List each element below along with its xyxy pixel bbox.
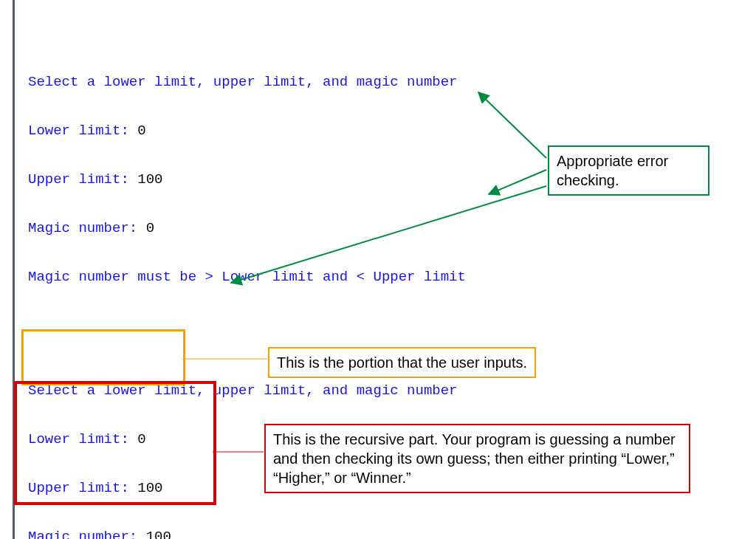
prompt-title: Select a lower limit, upper limit, and m… bbox=[28, 74, 466, 90]
callout-text: Appropriate error checking. bbox=[557, 153, 668, 188]
callout-user-input: This is the portion that the user inputs… bbox=[268, 347, 536, 378]
callout-error-checking: Appropriate error checking. bbox=[548, 145, 709, 196]
prompt-magic: Magic number: 100 bbox=[28, 529, 466, 539]
error-line: Magic number must be > Lower limit and <… bbox=[28, 269, 466, 285]
callout-text: This is the portion that the user inputs… bbox=[277, 354, 527, 371]
prompt-upper: Upper limit: 100 bbox=[28, 171, 466, 188]
prompt-magic: Magic number: 0 bbox=[28, 220, 466, 236]
callout-recursive: This is the recursive part. Your program… bbox=[264, 424, 690, 493]
left-vertical-rule bbox=[13, 0, 15, 539]
prompt-title: Select a lower limit, upper limit, and m… bbox=[28, 382, 466, 399]
svg-line-1 bbox=[489, 170, 546, 194]
prompt-lower: Lower limit: 0 bbox=[28, 123, 466, 139]
callout-text: This is the recursive part. Your program… bbox=[273, 431, 676, 486]
svg-line-0 bbox=[478, 92, 546, 158]
